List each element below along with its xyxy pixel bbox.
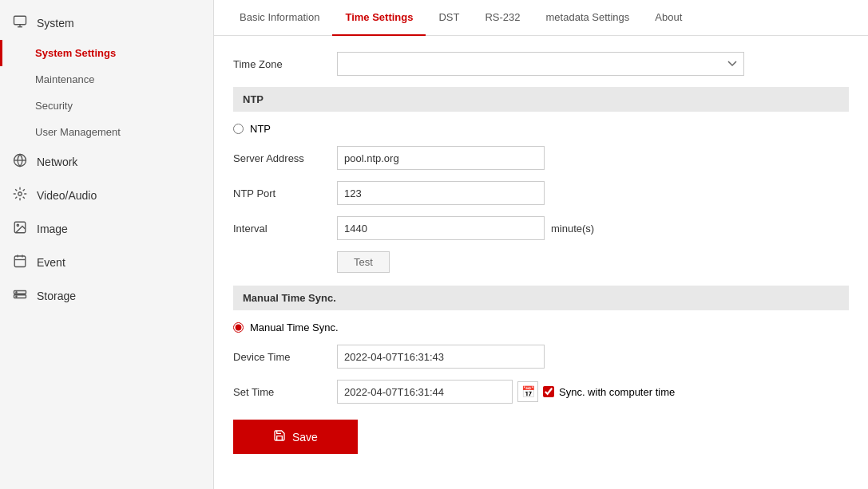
sidebar-subitem-maintenance-label: Maintenance: [35, 73, 94, 85]
sidebar-subitem-maintenance[interactable]: Maintenance: [0, 66, 213, 93]
ntp-port-input[interactable]: [337, 181, 545, 205]
ntp-radio-row: NTP: [233, 123, 849, 135]
manual-sync-radio-row: Manual Time Sync.: [233, 321, 849, 333]
svg-point-14: [16, 292, 17, 293]
manual-sync-radio[interactable]: [233, 322, 244, 333]
tab-bar: Basic Information Time Settings DST RS-2…: [214, 0, 868, 36]
save-label: Save: [292, 431, 318, 444]
sidebar-item-network[interactable]: Network: [0, 145, 213, 179]
sidebar-item-event-label: Event: [37, 256, 65, 269]
content-area: Time Zone NTP NTP Server Address NTP Por…: [214, 36, 868, 489]
monitor-icon: [13, 14, 27, 32]
save-button[interactable]: Save: [233, 420, 358, 454]
sidebar-subitem-system-settings[interactable]: System Settings: [0, 40, 213, 66]
tab-rs232[interactable]: RS-232: [472, 0, 533, 36]
sidebar-item-video-audio[interactable]: Video/Audio: [0, 179, 213, 212]
calendar-icon: 📅: [521, 385, 535, 398]
server-address-input[interactable]: [337, 146, 545, 170]
sidebar-subitem-user-management[interactable]: User Management: [0, 119, 213, 145]
svg-rect-8: [14, 256, 26, 267]
sidebar-item-network-label: Network: [37, 156, 77, 168]
ntp-port-label: NTP Port: [233, 187, 337, 199]
interval-label: Interval: [233, 223, 337, 235]
manual-sync-radio-label[interactable]: Manual Time Sync.: [250, 321, 339, 333]
sidebar: System System Settings Maintenance Secur…: [0, 0, 214, 489]
device-time-input[interactable]: [337, 345, 545, 369]
tab-dst[interactable]: DST: [426, 0, 472, 36]
sidebar-item-system[interactable]: System: [0, 6, 213, 40]
sync-checkbox-group: Sync. with computer time: [543, 386, 675, 398]
sidebar-item-event[interactable]: Event: [0, 246, 213, 279]
timezone-label: Time Zone: [233, 58, 337, 70]
main-content: Basic Information Time Settings DST RS-2…: [214, 0, 868, 489]
svg-point-7: [17, 224, 18, 226]
timezone-row: Time Zone: [233, 52, 849, 76]
tab-time-settings[interactable]: Time Settings: [332, 0, 426, 36]
sidebar-item-image[interactable]: Image: [0, 212, 213, 246]
device-time-label: Device Time: [233, 351, 337, 363]
interval-unit: minute(s): [551, 223, 594, 235]
sidebar-item-system-label: System: [37, 17, 74, 30]
svg-point-5: [18, 192, 22, 196]
event-icon: [13, 254, 27, 271]
image-icon: [13, 220, 27, 238]
storage-icon: [13, 287, 27, 305]
server-address-label: Server Address: [233, 152, 337, 164]
ntp-radio-label[interactable]: NTP: [250, 123, 271, 135]
test-button[interactable]: Test: [337, 251, 390, 273]
save-icon: [273, 429, 286, 444]
sync-computer-checkbox[interactable]: [543, 386, 554, 397]
ntp-section-header: NTP: [233, 87, 849, 112]
ntp-radio[interactable]: [233, 124, 244, 134]
sidebar-item-storage-label: Storage: [37, 290, 76, 302]
sync-computer-label[interactable]: Sync. with computer time: [559, 386, 675, 398]
calendar-button[interactable]: 📅: [517, 381, 538, 402]
sidebar-item-image-label: Image: [37, 223, 68, 235]
sidebar-subitem-user-management-label: User Management: [35, 126, 121, 138]
ntp-port-row: NTP Port: [233, 181, 849, 205]
svg-rect-0: [14, 16, 26, 25]
device-time-row: Device Time: [233, 345, 849, 369]
sidebar-subitem-security-label: Security: [35, 100, 73, 112]
tab-basic-information[interactable]: Basic Information: [227, 0, 332, 36]
tab-metadata[interactable]: metadata Settings: [533, 0, 643, 36]
interval-row: Interval minute(s): [233, 216, 849, 240]
server-address-row: Server Address: [233, 146, 849, 170]
svg-point-15: [16, 296, 17, 297]
set-time-controls: 📅 Sync. with computer time: [337, 380, 675, 404]
interval-input[interactable]: [337, 216, 545, 240]
timezone-select[interactable]: [337, 52, 744, 76]
video-icon: [13, 187, 27, 204]
network-icon: [13, 153, 27, 171]
sidebar-subitem-security[interactable]: Security: [0, 93, 213, 119]
set-time-label: Set Time: [233, 386, 337, 398]
sidebar-item-video-audio-label: Video/Audio: [37, 189, 97, 202]
sidebar-subitem-system-settings-label: System Settings: [35, 47, 116, 59]
set-time-row: Set Time 📅 Sync. with computer time: [233, 380, 849, 404]
sidebar-item-storage[interactable]: Storage: [0, 279, 213, 313]
set-time-input[interactable]: [337, 380, 513, 404]
tab-about[interactable]: About: [642, 0, 695, 36]
manual-sync-section-header: Manual Time Sync.: [233, 286, 849, 310]
